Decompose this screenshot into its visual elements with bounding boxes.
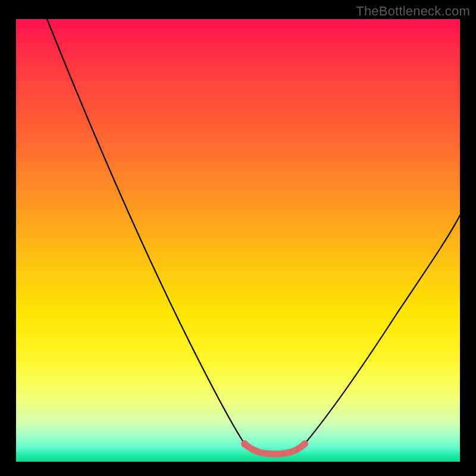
watermark-text: TheBottleneck.com bbox=[356, 4, 470, 19]
left-descending-curve bbox=[47, 19, 245, 444]
highlight-right-endcap bbox=[301, 440, 308, 447]
chart-frame: TheBottleneck.com bbox=[0, 0, 476, 476]
plot-area bbox=[16, 19, 460, 462]
right-ascending-curve bbox=[305, 215, 460, 444]
bottom-flat-highlight bbox=[245, 444, 305, 454]
curve-layer bbox=[16, 19, 460, 462]
highlight-left-endcap bbox=[241, 440, 248, 447]
